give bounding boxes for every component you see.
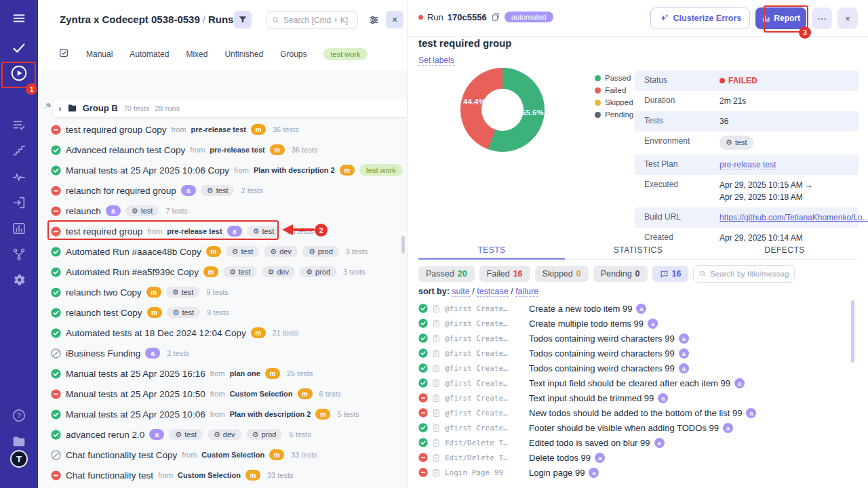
sort-by-failure[interactable]: failure xyxy=(515,287,538,297)
sidebar-item-help[interactable]: ? xyxy=(0,407,38,427)
sidebar-item-steps[interactable] xyxy=(0,142,38,163)
environment-chip[interactable]: ⚙test xyxy=(125,205,159,216)
run-list-item[interactable]: relauncha⚙test7 tests xyxy=(38,201,407,221)
sidebar-item-tests[interactable] xyxy=(0,39,38,60)
search-input[interactable] xyxy=(283,16,352,25)
plan-name[interactable]: plan one xyxy=(230,369,260,378)
run-list-item[interactable]: Automated Run #aaace48b Copym⚙test⚙dev⚙p… xyxy=(38,241,407,262)
annotation-box-2 xyxy=(47,220,279,240)
plan-name[interactable]: Custom Selection xyxy=(230,390,293,398)
user-avatar[interactable]: T xyxy=(0,449,38,469)
scrollbar-thumb[interactable] xyxy=(851,300,854,363)
test-list-item[interactable]: @first Create…Create a new todo item 99a xyxy=(418,301,852,316)
run-list-item[interactable]: Manual tests at 25 Apr 2025 10:06fromPla… xyxy=(38,404,407,424)
sidebar-item-menu[interactable] xyxy=(0,9,38,30)
chip-passed[interactable]: Passed 20 xyxy=(418,266,475,282)
chip-comments[interactable]: 16 xyxy=(652,266,689,282)
filter-button[interactable] xyxy=(234,11,252,28)
sidebar-item-settings[interactable] xyxy=(0,271,38,291)
close-panel-button[interactable]: × xyxy=(386,11,403,28)
test-list-item[interactable]: @first Create…Footer should be visible w… xyxy=(418,420,852,435)
environment-chip[interactable]: ⚙test xyxy=(223,266,257,277)
test-list-item[interactable]: Edit/Delete T…Edited todo is saved on bl… xyxy=(418,435,852,450)
select-runs-icon[interactable] xyxy=(58,47,69,61)
environment-chip[interactable]: ⚙test xyxy=(226,246,260,257)
tab-unfinished[interactable]: Unfinished xyxy=(224,49,263,59)
environment-chip[interactable]: ⚙test xyxy=(166,287,200,298)
chevron-right-icon[interactable]: › xyxy=(58,104,62,113)
adjustments-icon[interactable] xyxy=(366,14,381,28)
environment-chip[interactable]: ⚙prod xyxy=(246,429,283,440)
sidebar-item-test-plans[interactable] xyxy=(0,117,38,137)
pin-icon[interactable] xyxy=(43,102,52,114)
run-list-item[interactable]: Automated Run #ea5f939c Copym⚙test⚙dev⚙p… xyxy=(38,262,407,282)
test-plan-link[interactable]: pre-release test xyxy=(719,160,776,170)
set-labels-link[interactable]: Set labels xyxy=(418,56,454,66)
run-list-item[interactable]: Advanced relaunch test Copyfrompre-relea… xyxy=(38,140,407,160)
tab-automated[interactable]: Automated xyxy=(130,49,169,59)
test-list-item[interactable]: @first Create…Create multiple todo items… xyxy=(418,316,852,331)
close-details-button[interactable]: × xyxy=(837,7,858,29)
environment-chip[interactable]: ⚙test xyxy=(719,136,753,150)
test-list-item[interactable]: @first Create…Text input should be trimm… xyxy=(418,390,852,405)
tab-tests[interactable]: TESTS xyxy=(418,242,565,259)
run-list-item[interactable]: Automated tests at 18 Dec 2024 12:04 Cop… xyxy=(38,323,407,343)
test-list-item[interactable]: @first Create…Text input field should be… xyxy=(418,375,852,390)
plan-name[interactable]: Custom Selection xyxy=(201,451,264,459)
environment-chip[interactable]: ⚙prod xyxy=(300,266,336,277)
plan-name[interactable]: pre-release test xyxy=(191,125,246,134)
tests-search-input[interactable] xyxy=(710,270,789,278)
run-list-item[interactable]: iBusiness Fundinga2 tests xyxy=(38,343,407,363)
tag-filter-chip[interactable]: test work xyxy=(323,48,367,60)
environment-chip[interactable]: ⚙test xyxy=(201,185,235,196)
tab-statistics[interactable]: STATISTICS xyxy=(565,242,711,259)
environment-chip[interactable]: ⚙dev xyxy=(264,246,298,257)
chip-failed[interactable]: Failed 16 xyxy=(479,266,530,282)
more-button[interactable]: ⋯ xyxy=(812,7,832,29)
status-passed-icon xyxy=(418,423,428,432)
run-list-item[interactable]: Manual tests at 25 Apr 2025 10:06 Copyfr… xyxy=(38,160,407,180)
run-list-item[interactable]: Chat functionality testfromCustom Select… xyxy=(38,465,407,485)
sidebar-item-import[interactable] xyxy=(0,194,38,214)
tab-groups[interactable]: Groups xyxy=(280,49,307,59)
test-list-item[interactable]: Login Page 99Login page 99a xyxy=(418,465,852,480)
plan-name[interactable]: pre-release test xyxy=(210,146,264,154)
run-title: advanced rerun 2.0 xyxy=(66,430,144,440)
environment-chip[interactable]: ⚙test xyxy=(169,429,203,440)
plan-name[interactable]: Custom Selection xyxy=(178,471,241,479)
run-list-item[interactable]: test required group Copyfrompre-release … xyxy=(38,119,407,140)
chip-skipped[interactable]: Skipped 0 xyxy=(535,266,589,282)
sidebar-item-reports[interactable] xyxy=(0,220,38,240)
environment-chip[interactable]: ⚙dev xyxy=(208,429,241,440)
run-list-item[interactable]: Manual tests at 25 Apr 2025 16:16frompla… xyxy=(38,363,407,384)
tab-mixed[interactable]: Mixed xyxy=(186,49,208,59)
run-list-item[interactable]: relaunch for required groupa⚙test2 tests xyxy=(38,180,407,201)
build-url-link[interactable]: https://github.com/TetianaKhomenko/Lo... xyxy=(719,213,868,222)
tab-defects[interactable]: DEFECTS xyxy=(711,242,858,259)
environment-chip[interactable]: ⚙dev xyxy=(262,266,296,277)
test-list-item[interactable]: @first Create…Todos containing weird cha… xyxy=(418,346,852,361)
plan-name[interactable]: Plan with description 2 xyxy=(254,166,335,174)
sort-by-suite[interactable]: suite xyxy=(452,287,469,297)
test-list-item[interactable]: @first Create…Todos containing weird cha… xyxy=(418,361,852,375)
tab-manual[interactable]: Manual xyxy=(86,49,113,59)
sidebar-item-analytics[interactable] xyxy=(0,168,38,188)
copy-icon[interactable] xyxy=(491,12,500,22)
run-list-item[interactable]: relaunch two Copym⚙test9 tests xyxy=(38,282,407,302)
test-list-item[interactable]: @first Create…Todos containing weird cha… xyxy=(418,331,852,346)
scrollbar-thumb[interactable] xyxy=(401,236,405,253)
environment-chip[interactable]: ⚙test xyxy=(167,307,201,318)
sort-by-testcase[interactable]: testcase xyxy=(477,287,509,297)
run-list-item[interactable]: Manual tests at 25 Apr 2025 10:50fromCus… xyxy=(38,384,407,404)
plan-name[interactable]: Plan with description 2 xyxy=(230,410,311,418)
environment-chip[interactable]: ⚙prod xyxy=(302,246,339,257)
run-list-item[interactable]: relaunch test Copym⚙test9 tests xyxy=(38,302,407,323)
clusterize-errors-button[interactable]: Clusterize Errors xyxy=(650,7,751,29)
run-list-item[interactable]: Chat functionality test CopyfromCustom S… xyxy=(38,445,407,465)
test-list-item[interactable]: Edit/Delete T…Delete todos 99a xyxy=(418,450,852,465)
group-row[interactable]: › Group B 70 tests 28 runs xyxy=(53,99,407,117)
sidebar-item-branches[interactable] xyxy=(0,245,38,266)
run-list-item[interactable]: advanced rerun 2.0a⚙test⚙dev⚙prod5 tests xyxy=(38,424,407,445)
test-list-item[interactable]: @first Create…New todos should be added … xyxy=(418,405,852,420)
chip-pending[interactable]: Pending 0 xyxy=(593,266,648,282)
